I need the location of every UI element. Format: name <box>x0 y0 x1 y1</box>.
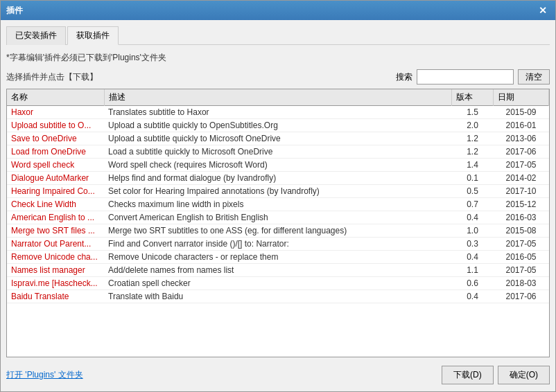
plugins-table: 名称 描述 版本 日期 HaxorTranslates subtitle to … <box>7 89 549 303</box>
cell-version: 1.0 <box>452 224 494 238</box>
cell-version: 0.4 <box>452 251 494 264</box>
cell-name: Check Line Width <box>7 198 104 211</box>
col-header-desc: 描述 <box>104 89 452 106</box>
search-area: 搜索 清空 <box>396 69 550 84</box>
cell-name: Names list manager <box>7 264 104 277</box>
plugins-table-container: 名称 描述 版本 日期 HaxorTranslates subtitle to … <box>6 89 550 357</box>
tab-installed[interactable]: 已安装插件 <box>6 26 66 45</box>
table-row[interactable]: Load from OneDriveLoad a subtitle quickl… <box>7 145 549 159</box>
cell-version: 1.4 <box>452 159 494 172</box>
cell-date: 2017-10 <box>494 185 549 198</box>
cell-date: 2016-01 <box>494 119 549 132</box>
table-body: HaxorTranslates subtitle to Haxor1.52015… <box>7 106 549 303</box>
cell-desc: Checks maximum line width in pixels <box>104 198 452 211</box>
cell-date: 2014-02 <box>494 172 549 185</box>
table-row[interactable]: Names list managerAdd/delete names from … <box>7 264 549 277</box>
table-row[interactable]: HaxorTranslates subtitle to Haxor1.52015… <box>7 106 549 119</box>
cell-date: 2017-05 <box>494 264 549 277</box>
table-header-row: 名称 描述 版本 日期 <box>7 89 549 106</box>
cell-date: 2016-05 <box>494 251 549 264</box>
info-text: *字幕编辑'插件必须已下载到'Plugins'文件夹 <box>6 52 550 64</box>
col-header-date: 日期 <box>494 89 549 106</box>
cell-date: 2017-05 <box>494 159 549 172</box>
table-row[interactable]: Ispravi.me [Hascheck...Croatian spell ch… <box>7 277 549 290</box>
open-plugins-link[interactable]: 打开 'Plugins' 文件夹 <box>6 369 83 381</box>
cell-name: Upload subtitle to O... <box>7 119 104 132</box>
cell-name: American English to ... <box>7 211 104 224</box>
tab-bar: 已安装插件 获取插件 <box>6 26 550 45</box>
search-row: 选择插件并点击【下载】 搜索 清空 <box>6 69 550 84</box>
cell-name: Save to OneDrive <box>7 132 104 145</box>
close-button[interactable]: ✕ <box>536 5 550 16</box>
cell-version: 1.1 <box>452 264 494 277</box>
table-row[interactable]: Word spell checkWord spell check (requir… <box>7 159 549 172</box>
cell-desc: Upload a subtitle quickly to Microsoft O… <box>104 132 452 145</box>
cell-desc: Word spell check (requires Microsoft Wor… <box>104 159 452 172</box>
cell-date: 2015-08 <box>494 224 549 238</box>
cell-desc: Find and Convert narrator inside ()/[] t… <box>104 238 452 251</box>
cell-version: 0.3 <box>452 238 494 251</box>
select-hint: 选择插件并点击【下载】 <box>6 71 98 83</box>
title-bar: 插件 ✕ <box>1 1 555 20</box>
table-row[interactable]: American English to ...Convert American … <box>7 211 549 224</box>
cell-date: 2017-06 <box>494 145 549 159</box>
table-row[interactable]: Hearing Impaired Co...Set color for Hear… <box>7 185 549 198</box>
cell-name: Word spell check <box>7 159 104 172</box>
table-row[interactable]: Remove Unicode cha...Remove Unicode char… <box>7 251 549 264</box>
cell-version: 1.2 <box>452 132 494 145</box>
table-row[interactable]: Save to OneDriveUpload a subtitle quickl… <box>7 132 549 145</box>
cell-version: 0.5 <box>452 185 494 198</box>
cell-desc: Helps find and format dialogue (by Ivand… <box>104 172 452 185</box>
cell-version: 0.1 <box>452 172 494 185</box>
content-area: 已安装插件 获取插件 *字幕编辑'插件必须已下载到'Plugins'文件夹 选择… <box>1 20 555 391</box>
cell-desc: Translate with Baidu <box>104 290 452 303</box>
cell-version: 0.7 <box>452 198 494 211</box>
cell-version: 0.4 <box>452 211 494 224</box>
window-title: 插件 <box>6 5 23 17</box>
cell-date: 2015-09 <box>494 106 549 119</box>
cell-desc: Convert American English to British Engl… <box>104 211 452 224</box>
cell-name: Baidu Translate <box>7 290 104 303</box>
cell-desc: Croatian spell checker <box>104 277 452 290</box>
table-row[interactable]: Baidu TranslateTranslate with Baidu0.420… <box>7 290 549 303</box>
table-row[interactable]: Dialogue AutoMarkerHelps find and format… <box>7 172 549 185</box>
cell-version: 0.6 <box>452 277 494 290</box>
cell-date: 2017-06 <box>494 290 549 303</box>
cell-name: Load from OneDrive <box>7 145 104 159</box>
cell-desc: Merge two SRT subtitles to one ASS (eg. … <box>104 224 452 238</box>
search-label: 搜索 <box>396 71 412 83</box>
cell-name: Hearing Impaired Co... <box>7 185 104 198</box>
cell-desc: Load a subtitle quickly to Microsoft One… <box>104 145 452 159</box>
ok-button[interactable]: 确定(O) <box>498 366 550 384</box>
footer: 打开 'Plugins' 文件夹 下载(D) 确定(O) <box>6 362 550 386</box>
cell-name: Dialogue AutoMarker <box>7 172 104 185</box>
cell-date: 2018-03 <box>494 277 549 290</box>
cell-date: 2017-05 <box>494 238 549 251</box>
cell-name: Narrator Out Parent... <box>7 238 104 251</box>
cell-version: 0.4 <box>452 290 494 303</box>
cell-desc: Add/delete names from names list <box>104 264 452 277</box>
table-row[interactable]: Narrator Out Parent...Find and Convert n… <box>7 238 549 251</box>
col-header-version: 版本 <box>452 89 494 106</box>
clear-button[interactable]: 清空 <box>518 69 550 84</box>
cell-name: Remove Unicode cha... <box>7 251 104 264</box>
footer-buttons: 下载(D) 确定(O) <box>442 366 550 384</box>
cell-date: 2013-06 <box>494 132 549 145</box>
table-row[interactable]: Upload subtitle to O...Upload a subtitle… <box>7 119 549 132</box>
cell-name: Ispravi.me [Hascheck... <box>7 277 104 290</box>
table-row[interactable]: Merge two SRT files ...Merge two SRT sub… <box>7 224 549 238</box>
main-window: 插件 ✕ 已安装插件 获取插件 *字幕编辑'插件必须已下载到'Plugins'文… <box>0 0 556 392</box>
cell-version: 2.0 <box>452 119 494 132</box>
cell-date: 2016-03 <box>494 211 549 224</box>
cell-name: Haxor <box>7 106 104 119</box>
cell-desc: Translates subtitle to Haxor <box>104 106 452 119</box>
tab-get-plugins[interactable]: 获取插件 <box>67 26 119 45</box>
cell-desc: Remove Unicode characters - or replace t… <box>104 251 452 264</box>
cell-version: 1.5 <box>452 106 494 119</box>
table-row[interactable]: Check Line WidthChecks maximum line widt… <box>7 198 549 211</box>
cell-desc: Set color for Hearing Impaired annotatio… <box>104 185 452 198</box>
cell-version: 1.2 <box>452 145 494 159</box>
download-button[interactable]: 下载(D) <box>442 366 494 384</box>
search-input[interactable] <box>417 69 514 84</box>
cell-date: 2015-12 <box>494 198 549 211</box>
